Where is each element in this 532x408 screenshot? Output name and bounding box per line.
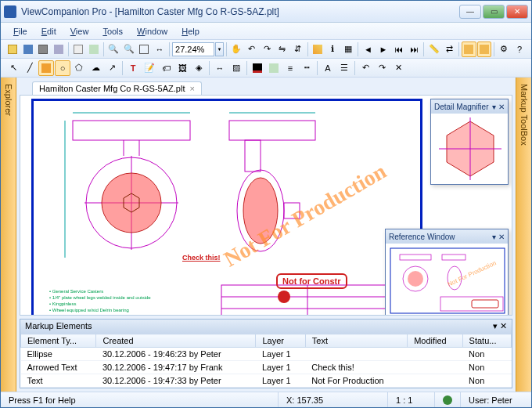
col-modified[interactable]: Modified <box>408 334 462 348</box>
menu-tools[interactable]: Tools <box>96 25 129 38</box>
fillcolor-icon[interactable] <box>266 60 282 76</box>
svg-point-34 <box>408 271 423 287</box>
compare-icon[interactable]: ⇄ <box>442 42 457 57</box>
first-page-icon[interactable]: ⏮ <box>391 42 406 57</box>
svg-text:• Kingpinless: • Kingpinless <box>49 301 76 306</box>
stamp-tool-icon[interactable]: 🏷 <box>158 60 174 76</box>
measure-icon[interactable]: 📏 <box>426 42 441 57</box>
zoom-dropdown[interactable]: ▼ <box>215 42 224 56</box>
stamp-annotation: Not for Constr <box>276 273 347 289</box>
table-row[interactable]: Ellipse30.12.2006 - 19:46:23 by Peter La… <box>21 348 512 361</box>
dimension-tool-icon[interactable]: ↔ <box>212 60 228 76</box>
panel-menu-icon[interactable]: ▾ ✕ <box>492 103 505 111</box>
copy-icon[interactable] <box>71 42 86 57</box>
zoom-input[interactable]: 27.24% <box>172 42 214 56</box>
symbol-tool-icon[interactable]: ◈ <box>191 60 207 76</box>
zoom-fit-icon[interactable] <box>137 42 152 57</box>
rect-tool-icon[interactable] <box>38 60 54 76</box>
menu-view[interactable]: View <box>64 25 95 38</box>
zoom-out-icon[interactable]: 🔍 <box>122 42 137 57</box>
detail-magnifier-header[interactable]: Detail Magnifier ▾ ✕ <box>431 99 508 114</box>
table-row[interactable]: Arrowed Text30.12.2006 - 19:47:17 by Fra… <box>21 361 512 374</box>
flip-h-icon[interactable]: ⇋ <box>275 42 290 57</box>
area-tool-icon[interactable]: ▨ <box>228 60 244 76</box>
linestyle-icon[interactable]: ┅ <box>299 60 315 76</box>
text-tool-icon[interactable]: T <box>125 60 141 76</box>
magnifier-toggle-icon[interactable] <box>462 42 476 57</box>
reference-window-header[interactable]: Reference Window ▾ ✕ <box>386 229 508 244</box>
prev-page-icon[interactable]: ◄ <box>361 42 376 57</box>
table-row[interactable]: Text30.12.2006 - 19:47:33 by Peter Layer… <box>21 374 512 388</box>
svg-text:• 1/4" plate wheel legs welded: • 1/4" plate wheel legs welded inside an… <box>49 295 151 300</box>
svg-point-10 <box>102 173 161 233</box>
canvas[interactable]: • General Service Casters • 1/4" plate w… <box>20 95 512 316</box>
document-tab[interactable]: Hamilton Caster Mfg Co R-GS-5AZ.plt × <box>32 81 202 95</box>
export-icon[interactable] <box>87 42 102 57</box>
menu-help[interactable]: Help <box>175 25 206 38</box>
rotate-right-icon[interactable]: ↷ <box>260 42 275 57</box>
col-type[interactable]: Element Ty... <box>21 334 96 348</box>
markup-elements-header[interactable]: Markup Elements ▾ ✕ <box>20 320 512 334</box>
col-text[interactable]: Text <box>305 334 407 348</box>
pan-icon[interactable]: ✋ <box>229 42 244 57</box>
flip-v-icon[interactable]: ⇵ <box>290 42 305 57</box>
menu-window[interactable]: Window <box>131 25 174 38</box>
drawing-viewport: • General Service Casters • 1/4" plate w… <box>31 99 422 316</box>
ellipse-tool-icon[interactable]: ○ <box>55 60 70 76</box>
delete-icon[interactable]: ✕ <box>390 60 406 76</box>
close-button[interactable]: ✕ <box>506 5 528 19</box>
cloud-tool-icon[interactable]: ☁ <box>88 60 103 76</box>
arrow-tool-icon[interactable]: ↗ <box>104 60 120 76</box>
next-page-icon[interactable]: ► <box>376 42 391 57</box>
markup-toolbox-tab[interactable]: Markup ToolBox <box>516 78 531 392</box>
panel-menu-icon[interactable]: ▾ ✕ <box>492 233 505 241</box>
print-preview-icon[interactable] <box>52 42 66 57</box>
open-icon[interactable] <box>5 42 20 57</box>
status-ratio: 1 : 1 <box>388 392 435 407</box>
body-area: Explorer Hamilton Caster Mfg Co R-GS-5AZ… <box>1 78 531 392</box>
redo-icon[interactable]: ↷ <box>374 60 390 76</box>
zoom-width-icon[interactable]: ↔ <box>153 42 167 57</box>
font-icon[interactable]: A <box>320 60 336 76</box>
check-annotation: Check this! <box>182 254 221 262</box>
save-icon[interactable] <box>21 42 36 57</box>
note-tool-icon[interactable]: 📝 <box>142 60 157 76</box>
polygon-tool-icon[interactable]: ⬠ <box>71 60 87 76</box>
last-page-icon[interactable]: ⏭ <box>407 42 422 57</box>
document-tab-close-icon[interactable]: × <box>189 84 194 93</box>
col-layer[interactable]: Layer <box>256 334 305 348</box>
minimize-button[interactable]: — <box>459 5 481 19</box>
reference-window-title: Reference Window <box>389 233 455 241</box>
col-created[interactable]: Created <box>96 334 256 348</box>
print-icon[interactable] <box>36 42 51 57</box>
help-icon[interactable]: ? <box>512 42 527 57</box>
grid-icon[interactable]: ▦ <box>341 42 356 57</box>
panel-controls[interactable]: ▾ ✕ <box>493 321 507 332</box>
rotate-left-icon[interactable]: ↶ <box>245 42 260 57</box>
line-tool-icon[interactable]: ╱ <box>22 60 38 76</box>
menu-file[interactable]: File <box>7 25 34 38</box>
select-tool-icon[interactable]: ↖ <box>5 60 21 76</box>
reference-toggle-icon[interactable] <box>477 42 492 57</box>
info-icon[interactable]: ℹ <box>325 42 340 57</box>
svg-rect-6 <box>229 121 315 140</box>
col-status[interactable]: Statu... <box>462 334 511 348</box>
app-icon <box>4 5 16 18</box>
linewidth-icon[interactable]: ≡ <box>282 60 298 76</box>
linecolor-icon[interactable] <box>250 60 265 76</box>
reference-window-panel[interactable]: Reference Window ▾ ✕ Not For Production <box>385 229 509 316</box>
maximize-button[interactable]: ▭ <box>483 5 505 19</box>
menu-edit[interactable]: Edit <box>35 25 63 38</box>
image-tool-icon[interactable]: 🖼 <box>174 60 190 76</box>
undo-icon[interactable]: ↶ <box>358 60 373 76</box>
zoom-in-icon[interactable]: 🔍 <box>106 42 121 57</box>
svg-rect-0 <box>73 121 190 140</box>
layers-icon[interactable] <box>311 42 325 57</box>
svg-text:• General Service Casters: • General Service Casters <box>49 289 103 294</box>
detail-magnifier-panel[interactable]: Detail Magnifier ▾ ✕ <box>430 99 509 185</box>
align-icon[interactable]: ☰ <box>336 60 352 76</box>
main-area: Hamilton Caster Mfg Co R-GS-5AZ.plt × <box>16 78 516 392</box>
settings-icon[interactable]: ⚙ <box>497 42 512 57</box>
toolbar-markup: ↖ ╱ ○ ⬠ ☁ ↗ T 📝 🏷 🖼 ◈ ↔ ▨ ≡ ┅ A ☰ ↶ ↷ ✕ <box>1 59 531 78</box>
explorer-tab[interactable]: Explorer <box>1 78 16 392</box>
